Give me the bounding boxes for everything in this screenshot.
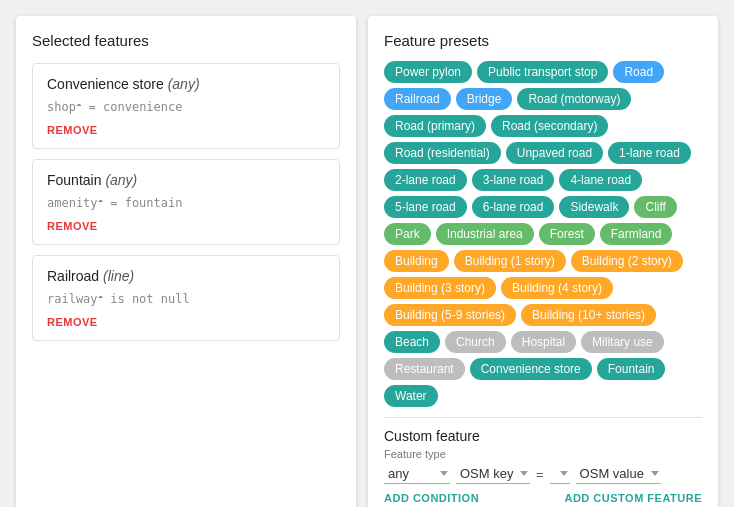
feature-tags-area: Power pylonPublic transport stopRoadRail… (384, 61, 702, 407)
preset-tag[interactable]: 5-lane road (384, 196, 467, 218)
preset-tag[interactable]: Building (10+ stories) (521, 304, 656, 326)
preset-tag[interactable]: Fountain (597, 358, 666, 380)
preset-tag[interactable]: Military use (581, 331, 664, 353)
preset-tag[interactable]: Building (2 story) (571, 250, 683, 272)
preset-tag[interactable]: Farmland (600, 223, 673, 245)
remove-convenience-button[interactable]: REMOVE (47, 124, 325, 136)
osm-value-select-left[interactable] (550, 464, 570, 484)
preset-tag[interactable]: Bridge (456, 88, 513, 110)
custom-feature-row: any point line polygon OSM key = OSM val… (384, 464, 702, 484)
preset-tag[interactable]: Forest (539, 223, 595, 245)
feature-presets-title: Feature presets (384, 32, 702, 49)
preset-tag[interactable]: Beach (384, 331, 440, 353)
feature-card-railroad: Railroad (line) railway☁ is not null REM… (32, 255, 340, 341)
osm-key-select[interactable]: OSM key (456, 464, 530, 484)
preset-tag[interactable]: 2-lane road (384, 169, 467, 191)
preset-tag[interactable]: Convenience store (470, 358, 592, 380)
preset-tag[interactable]: Road (secondary) (491, 115, 608, 137)
remove-fountain-button[interactable]: REMOVE (47, 220, 325, 232)
custom-feature-section: Custom feature Feature type any point li… (384, 417, 702, 504)
feature-type-select[interactable]: any point line polygon (384, 464, 450, 484)
preset-tag[interactable]: Building (5-9 stories) (384, 304, 516, 326)
add-condition-button[interactable]: ADD CONDITION (384, 492, 479, 504)
feature-card-code-fountain: amenity☁ = fountain (47, 194, 325, 210)
preset-tag[interactable]: Building (4 story) (501, 277, 613, 299)
equals-sign: = (536, 467, 544, 482)
preset-tag[interactable]: Road (residential) (384, 142, 501, 164)
preset-tag[interactable]: Road (613, 61, 664, 83)
preset-tag[interactable]: Building (384, 250, 449, 272)
preset-tag[interactable]: Unpaved road (506, 142, 603, 164)
feature-card-title-convenience: Convenience store (any) (47, 76, 325, 92)
preset-tag[interactable]: 6-lane road (472, 196, 555, 218)
feature-card-fountain: Fountain (any) amenity☁ = fountain REMOV… (32, 159, 340, 245)
feature-presets-panel: Feature presets Power pylonPublic transp… (368, 16, 718, 507)
preset-tag[interactable]: Public transport stop (477, 61, 608, 83)
preset-tag[interactable]: Sidewalk (559, 196, 629, 218)
preset-tag[interactable]: Water (384, 385, 438, 407)
feature-card-convenience: Convenience store (any) shop☁ = convenie… (32, 63, 340, 149)
osm-value-select-right[interactable]: OSM value (576, 464, 661, 484)
preset-tag[interactable]: 4-lane road (559, 169, 642, 191)
preset-tag[interactable]: Industrial area (436, 223, 534, 245)
preset-tag[interactable]: Park (384, 223, 431, 245)
custom-feature-actions: ADD CONDITION ADD CUSTOM FEATURE (384, 492, 702, 504)
preset-tag[interactable]: Restaurant (384, 358, 465, 380)
preset-tag[interactable]: Hospital (511, 331, 576, 353)
feature-card-code-railroad: railway☁ is not null (47, 290, 325, 306)
selected-features-panel: Selected features Convenience store (any… (16, 16, 356, 507)
preset-tag[interactable]: Building (1 story) (454, 250, 566, 272)
feature-card-title-railroad: Railroad (line) (47, 268, 325, 284)
feature-card-code-convenience: shop☁ = convenience (47, 98, 325, 114)
preset-tag[interactable]: Railroad (384, 88, 451, 110)
preset-tag[interactable]: Building (3 story) (384, 277, 496, 299)
preset-tag[interactable]: Church (445, 331, 506, 353)
add-custom-feature-button[interactable]: ADD CUSTOM FEATURE (564, 492, 702, 504)
preset-tag[interactable]: 3-lane road (472, 169, 555, 191)
remove-railroad-button[interactable]: REMOVE (47, 316, 325, 328)
preset-tag[interactable]: Road (motorway) (517, 88, 631, 110)
custom-feature-title: Custom feature (384, 428, 702, 444)
preset-tag[interactable]: Power pylon (384, 61, 472, 83)
feature-card-title-fountain: Fountain (any) (47, 172, 325, 188)
feature-type-label: Feature type (384, 448, 702, 460)
preset-tag[interactable]: 1-lane road (608, 142, 691, 164)
preset-tag[interactable]: Road (primary) (384, 115, 486, 137)
selected-features-title: Selected features (32, 32, 340, 49)
preset-tag[interactable]: Cliff (634, 196, 676, 218)
